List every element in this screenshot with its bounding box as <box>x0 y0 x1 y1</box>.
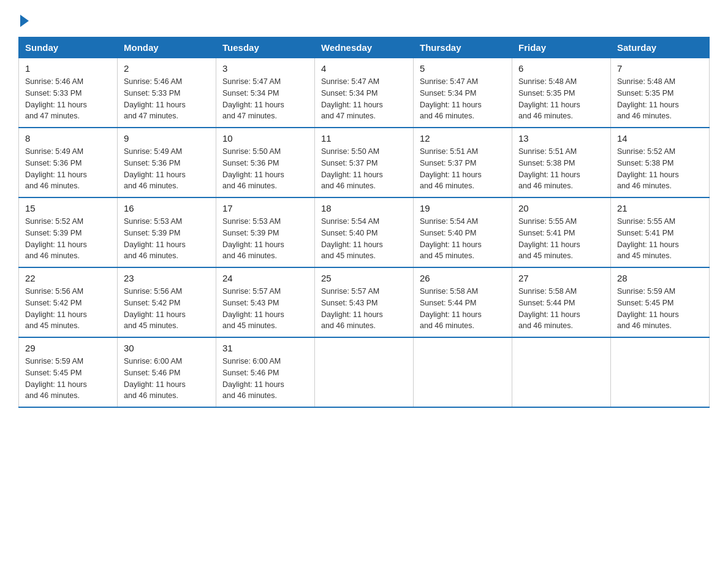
calendar-cell: 1Sunrise: 5:46 AMSunset: 5:33 PMDaylight… <box>19 58 118 128</box>
column-header-friday: Friday <box>512 37 611 58</box>
day-number: 7 <box>617 63 703 74</box>
day-info: Sunrise: 5:52 AMSunset: 5:39 PMDaylight:… <box>25 216 111 262</box>
calendar-cell: 11Sunrise: 5:50 AMSunset: 5:37 PMDayligh… <box>315 128 414 197</box>
calendar-week-row: 15Sunrise: 5:52 AMSunset: 5:39 PMDayligh… <box>19 197 710 267</box>
calendar-cell: 2Sunrise: 5:46 AMSunset: 5:33 PMDaylight… <box>118 58 216 128</box>
day-info: Sunrise: 5:52 AMSunset: 5:38 PMDaylight:… <box>617 146 703 192</box>
calendar-header-row: SundayMondayTuesdayWednesdayThursdayFrid… <box>19 37 710 58</box>
calendar-week-row: 29Sunrise: 5:59 AMSunset: 5:45 PMDayligh… <box>19 337 710 407</box>
calendar-cell: 31Sunrise: 6:00 AMSunset: 5:46 PMDayligh… <box>216 337 315 407</box>
day-info: Sunrise: 5:46 AMSunset: 5:33 PMDaylight:… <box>124 76 210 122</box>
day-number: 24 <box>222 273 308 283</box>
day-info: Sunrise: 5:50 AMSunset: 5:36 PMDaylight:… <box>222 146 308 192</box>
day-info: Sunrise: 5:58 AMSunset: 5:44 PMDaylight:… <box>518 286 604 332</box>
day-number: 6 <box>518 63 604 74</box>
day-info: Sunrise: 5:59 AMSunset: 5:45 PMDaylight:… <box>25 356 111 402</box>
calendar-cell: 29Sunrise: 5:59 AMSunset: 5:45 PMDayligh… <box>19 337 118 407</box>
day-info: Sunrise: 5:51 AMSunset: 5:38 PMDaylight:… <box>518 146 604 192</box>
day-info: Sunrise: 5:48 AMSunset: 5:35 PMDaylight:… <box>518 76 604 122</box>
column-header-thursday: Thursday <box>414 37 512 58</box>
day-info: Sunrise: 5:46 AMSunset: 5:33 PMDaylight:… <box>25 76 111 122</box>
calendar-cell: 15Sunrise: 5:52 AMSunset: 5:39 PMDayligh… <box>19 197 118 267</box>
column-header-saturday: Saturday <box>611 37 710 58</box>
calendar-cell: 30Sunrise: 6:00 AMSunset: 5:46 PMDayligh… <box>118 337 216 407</box>
day-info: Sunrise: 5:48 AMSunset: 5:35 PMDaylight:… <box>617 76 703 122</box>
calendar-week-row: 22Sunrise: 5:56 AMSunset: 5:42 PMDayligh… <box>19 267 710 337</box>
calendar-cell: 3Sunrise: 5:47 AMSunset: 5:34 PMDaylight… <box>216 58 315 128</box>
day-number: 22 <box>25 273 111 283</box>
calendar-cell: 19Sunrise: 5:54 AMSunset: 5:40 PMDayligh… <box>414 197 512 267</box>
calendar-cell: 6Sunrise: 5:48 AMSunset: 5:35 PMDaylight… <box>512 58 611 128</box>
calendar-cell: 14Sunrise: 5:52 AMSunset: 5:38 PMDayligh… <box>611 128 710 197</box>
day-number: 25 <box>321 273 407 283</box>
page-header <box>18 12 710 26</box>
logo-arrow-icon <box>20 15 29 27</box>
calendar-cell: 27Sunrise: 5:58 AMSunset: 5:44 PMDayligh… <box>512 267 611 337</box>
calendar-table: SundayMondayTuesdayWednesdayThursdayFrid… <box>18 37 710 408</box>
calendar-cell: 9Sunrise: 5:49 AMSunset: 5:36 PMDaylight… <box>118 128 216 197</box>
day-number: 17 <box>222 203 308 213</box>
day-number: 31 <box>222 343 308 353</box>
day-info: Sunrise: 5:49 AMSunset: 5:36 PMDaylight:… <box>25 146 111 192</box>
day-info: Sunrise: 5:47 AMSunset: 5:34 PMDaylight:… <box>222 76 308 122</box>
day-number: 10 <box>222 133 308 144</box>
day-info: Sunrise: 5:59 AMSunset: 5:45 PMDaylight:… <box>617 286 703 332</box>
day-info: Sunrise: 5:58 AMSunset: 5:44 PMDaylight:… <box>420 286 506 332</box>
day-number: 18 <box>321 203 407 213</box>
day-number: 9 <box>124 133 210 144</box>
calendar-cell: 8Sunrise: 5:49 AMSunset: 5:36 PMDaylight… <box>19 128 118 197</box>
day-number: 8 <box>25 133 111 144</box>
calendar-cell: 7Sunrise: 5:48 AMSunset: 5:35 PMDaylight… <box>611 58 710 128</box>
logo <box>18 12 29 26</box>
calendar-cell: 12Sunrise: 5:51 AMSunset: 5:37 PMDayligh… <box>414 128 512 197</box>
day-info: Sunrise: 5:56 AMSunset: 5:42 PMDaylight:… <box>124 286 210 332</box>
calendar-cell: 23Sunrise: 5:56 AMSunset: 5:42 PMDayligh… <box>118 267 216 337</box>
calendar-cell: 25Sunrise: 5:57 AMSunset: 5:43 PMDayligh… <box>315 267 414 337</box>
day-info: Sunrise: 5:57 AMSunset: 5:43 PMDaylight:… <box>222 286 308 332</box>
column-header-monday: Monday <box>118 37 216 58</box>
calendar-cell: 10Sunrise: 5:50 AMSunset: 5:36 PMDayligh… <box>216 128 315 197</box>
day-number: 20 <box>518 203 604 213</box>
calendar-cell: 26Sunrise: 5:58 AMSunset: 5:44 PMDayligh… <box>414 267 512 337</box>
column-header-tuesday: Tuesday <box>216 37 315 58</box>
day-number: 28 <box>617 273 703 283</box>
day-number: 1 <box>25 63 111 74</box>
calendar-cell: 16Sunrise: 5:53 AMSunset: 5:39 PMDayligh… <box>118 197 216 267</box>
day-number: 3 <box>222 63 308 74</box>
day-number: 12 <box>420 133 506 144</box>
day-info: Sunrise: 6:00 AMSunset: 5:46 PMDaylight:… <box>124 356 210 402</box>
calendar-cell <box>315 337 414 407</box>
calendar-cell: 18Sunrise: 5:54 AMSunset: 5:40 PMDayligh… <box>315 197 414 267</box>
calendar-cell: 4Sunrise: 5:47 AMSunset: 5:34 PMDaylight… <box>315 58 414 128</box>
day-number: 21 <box>617 203 703 213</box>
calendar-cell: 17Sunrise: 5:53 AMSunset: 5:39 PMDayligh… <box>216 197 315 267</box>
day-info: Sunrise: 5:55 AMSunset: 5:41 PMDaylight:… <box>518 216 604 262</box>
calendar-week-row: 1Sunrise: 5:46 AMSunset: 5:33 PMDaylight… <box>19 58 710 128</box>
day-info: Sunrise: 5:53 AMSunset: 5:39 PMDaylight:… <box>124 216 210 262</box>
calendar-cell: 5Sunrise: 5:47 AMSunset: 5:34 PMDaylight… <box>414 58 512 128</box>
day-info: Sunrise: 5:54 AMSunset: 5:40 PMDaylight:… <box>420 216 506 262</box>
calendar-cell: 13Sunrise: 5:51 AMSunset: 5:38 PMDayligh… <box>512 128 611 197</box>
day-number: 30 <box>124 343 210 353</box>
day-info: Sunrise: 5:56 AMSunset: 5:42 PMDaylight:… <box>25 286 111 332</box>
day-info: Sunrise: 5:53 AMSunset: 5:39 PMDaylight:… <box>222 216 308 262</box>
day-number: 26 <box>420 273 506 283</box>
day-number: 14 <box>617 133 703 144</box>
calendar-week-row: 8Sunrise: 5:49 AMSunset: 5:36 PMDaylight… <box>19 128 710 197</box>
calendar-cell: 21Sunrise: 5:55 AMSunset: 5:41 PMDayligh… <box>611 197 710 267</box>
day-number: 15 <box>25 203 111 213</box>
day-number: 4 <box>321 63 407 74</box>
day-info: Sunrise: 5:49 AMSunset: 5:36 PMDaylight:… <box>124 146 210 192</box>
day-number: 29 <box>25 343 111 353</box>
day-info: Sunrise: 5:50 AMSunset: 5:37 PMDaylight:… <box>321 146 407 192</box>
calendar-cell: 22Sunrise: 5:56 AMSunset: 5:42 PMDayligh… <box>19 267 118 337</box>
day-number: 5 <box>420 63 506 74</box>
day-info: Sunrise: 5:47 AMSunset: 5:34 PMDaylight:… <box>321 76 407 122</box>
calendar-cell: 20Sunrise: 5:55 AMSunset: 5:41 PMDayligh… <box>512 197 611 267</box>
calendar-cell <box>512 337 611 407</box>
calendar-cell <box>414 337 512 407</box>
day-number: 2 <box>124 63 210 74</box>
day-info: Sunrise: 5:55 AMSunset: 5:41 PMDaylight:… <box>617 216 703 262</box>
column-header-sunday: Sunday <box>19 37 118 58</box>
column-header-wednesday: Wednesday <box>315 37 414 58</box>
